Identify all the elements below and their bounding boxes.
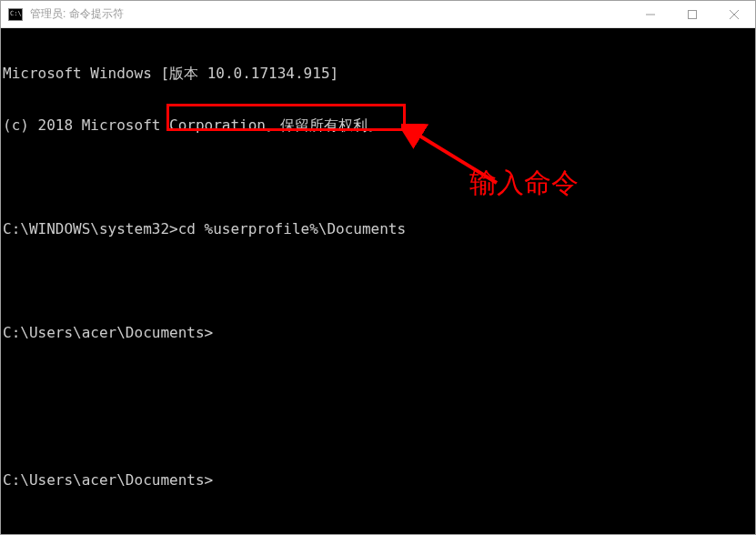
minimize-button[interactable] [630,1,671,27]
svg-rect-1 [689,10,697,18]
prompt-path: C:\WINDOWS\system32> [3,220,178,237]
terminal-line: Microsoft Windows [版本 10.0.17134.915] [3,65,755,82]
terminal-blank [3,272,755,289]
maximize-button[interactable] [671,1,713,27]
command-input[interactable]: cd %userprofile%\Documents [178,220,406,237]
terminal-line: (c) 2018 Microsoft Corporation。保留所有权利。 [3,116,755,134]
close-button[interactable] [713,1,755,27]
terminal-bottom-prompt: C:\Users\acer\Documents> [3,471,213,489]
terminal-area[interactable]: Microsoft Windows [版本 10.0.17134.915] (c… [1,28,755,534]
window-title: 管理员: 命令提示符 [30,6,630,22]
terminal-prompt-line: C:\Users\acer\Documents> [3,324,755,341]
terminal-blank [3,168,755,186]
titlebar[interactable]: 管理员: 命令提示符 [1,1,755,28]
window-controls [630,1,755,27]
command-prompt-window: 管理员: 命令提示符 Microsoft Windows [版本 10.0.17… [0,0,756,535]
terminal-prompt-line: C:\WINDOWS\system32>cd %userprofile%\Doc… [3,220,755,237]
annotation-label: 输入命令 [469,174,579,191]
cmd-icon [8,8,23,21]
